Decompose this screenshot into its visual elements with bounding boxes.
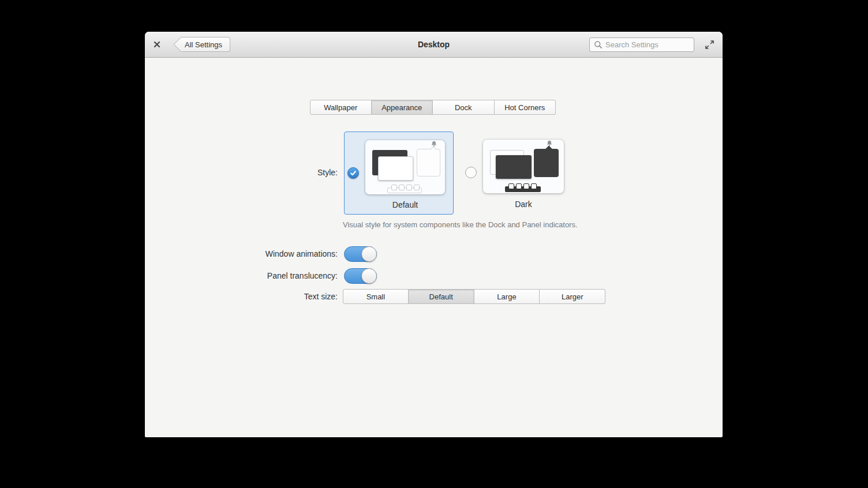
preview-window-front: [378, 156, 413, 181]
text-size-option-default[interactable]: Default: [409, 289, 474, 304]
toggle-knob: [361, 268, 377, 284]
all-settings-back-button[interactable]: All Settings: [173, 37, 230, 52]
checkmark-icon: [349, 169, 357, 177]
style-option-dark-label: Dark: [483, 200, 564, 209]
dock-app-square: [523, 183, 529, 189]
notification-notch: [430, 146, 436, 152]
search-icon: [594, 40, 603, 49]
style-option-default-label: Default: [365, 200, 445, 209]
notification-notch: [545, 145, 552, 152]
content-area: Wallpaper Appearance Dock Hot Corners St…: [145, 58, 723, 437]
style-option-dark[interactable]: Dark: [457, 132, 567, 215]
style-description: Visual style for system components like …: [343, 220, 578, 229]
bell-icon: [431, 141, 437, 147]
dock-app-square: [406, 185, 412, 190]
search-input[interactable]: [605, 40, 690, 49]
text-size-option-small[interactable]: Small: [343, 289, 409, 304]
panel-translucency-label: Panel translucency:: [145, 268, 338, 284]
resize-arrows-icon: [704, 39, 715, 50]
style-option-default[interactable]: Default: [344, 132, 454, 215]
dock-app-square: [391, 185, 397, 190]
tab-appearance[interactable]: Appearance: [372, 100, 433, 115]
style-label: Style:: [145, 168, 338, 177]
style-preview-default: [365, 140, 445, 194]
dock-app-square: [399, 185, 405, 190]
tab-wallpaper[interactable]: Wallpaper: [310, 100, 372, 115]
dock-app-square: [531, 183, 537, 189]
dock-app-square: [516, 183, 522, 189]
text-size-segmented-control: Small Default Large Larger: [343, 289, 605, 304]
text-size-option-large[interactable]: Large: [474, 289, 540, 304]
preview-notification-panel: [417, 149, 440, 177]
search-field[interactable]: [589, 37, 694, 52]
text-size-label: Text size:: [145, 289, 338, 304]
dock-app-squares: [391, 185, 420, 190]
tab-dock[interactable]: Dock: [433, 100, 495, 115]
titlebar: All Settings Desktop: [145, 32, 723, 58]
window-animations-toggle[interactable]: [344, 246, 377, 262]
dock-app-square: [508, 183, 514, 189]
style-preview-dark: [483, 140, 564, 193]
close-button[interactable]: [152, 39, 162, 50]
back-button-label: All Settings: [181, 37, 230, 52]
dock-app-square: [414, 185, 420, 190]
close-icon: [152, 40, 162, 49]
dock-app-squares: [508, 183, 537, 189]
preview-window-front: [496, 155, 532, 179]
tab-hot-corners[interactable]: Hot Corners: [495, 100, 556, 115]
text-size-option-larger[interactable]: Larger: [540, 289, 605, 304]
maximize-button[interactable]: [704, 39, 715, 50]
window-animations-label: Window animations:: [145, 246, 338, 262]
toggle-knob: [361, 246, 377, 262]
radio-style-default[interactable]: [347, 167, 359, 179]
panel-translucency-toggle[interactable]: [344, 268, 377, 284]
tab-bar: Wallpaper Appearance Dock Hot Corners: [310, 100, 556, 115]
settings-window: All Settings Desktop Wallpaper Appearanc…: [145, 32, 723, 437]
radio-style-dark[interactable]: [465, 167, 477, 178]
bell-icon: [547, 140, 552, 147]
preview-notification-panel: [534, 149, 559, 177]
